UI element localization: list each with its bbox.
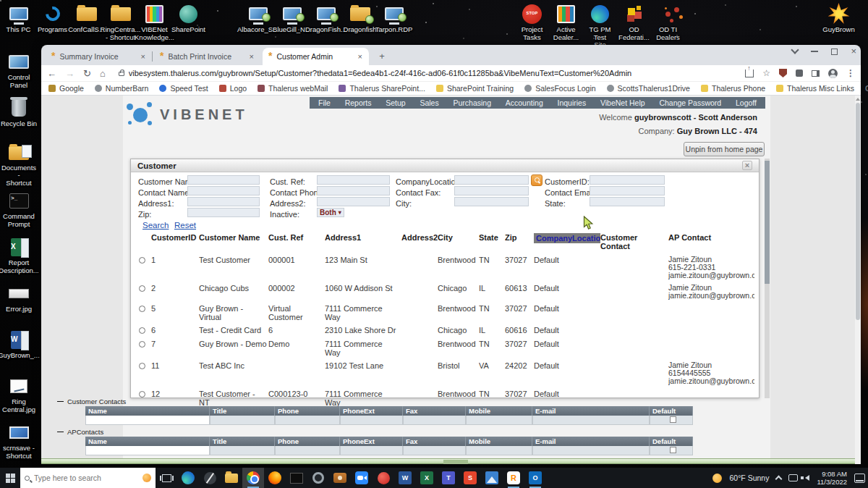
reload-icon[interactable]: ↻ <box>83 68 91 79</box>
nav-menu-item[interactable]: Setup <box>386 98 405 107</box>
word-icon[interactable]: W <box>394 468 416 488</box>
bookmark-item[interactable]: Thalerus webMail <box>258 84 328 93</box>
location-search-button[interactable] <box>531 174 542 186</box>
customer-name-input[interactable] <box>187 175 260 185</box>
cust-ref-input[interactable] <box>317 175 390 185</box>
browser-menu-icon[interactable]: ⋮ <box>846 68 855 78</box>
bookmark-item[interactable]: Thalerus Misc Links <box>776 84 854 93</box>
default-checkbox[interactable] <box>670 416 676 423</box>
profile-avatar-icon[interactable] <box>828 69 838 78</box>
close-icon[interactable]: × <box>851 48 856 55</box>
terminal-icon[interactable] <box>286 468 307 488</box>
column-header[interactable]: Customer Name <box>199 232 268 253</box>
zoom-icon[interactable] <box>351 468 373 488</box>
chrome-icon[interactable] <box>242 468 264 488</box>
nav-menu-item[interactable]: Sales <box>420 98 438 107</box>
minimize-icon[interactable] <box>811 51 818 52</box>
documents-shortcut-icon[interactable]: Documents - Shortcut <box>0 140 38 187</box>
panel-close-icon[interactable]: × <box>742 161 752 170</box>
contact-name-input[interactable] <box>187 186 260 195</box>
new-tab-button[interactable]: + <box>376 51 388 62</box>
city-input[interactable] <box>454 197 529 206</box>
ap-contacts-section-header[interactable]: APContacts <box>57 428 103 436</box>
weather-icon[interactable] <box>712 474 722 483</box>
column-header[interactable]: State <box>479 232 505 253</box>
contact-name-cell[interactable] <box>85 416 210 425</box>
address2-input[interactable] <box>317 197 390 206</box>
notification-center-icon[interactable] <box>854 474 865 483</box>
default-checkbox[interactable] <box>670 447 676 453</box>
maximize-icon[interactable] <box>831 49 838 55</box>
bookmark-item[interactable]: Thalerus SharePoint... <box>339 84 425 93</box>
bookmark-item[interactable]: Thalerus Phone <box>701 84 765 93</box>
app-dark-icon[interactable] <box>199 468 221 488</box>
row-select-radio[interactable] <box>139 285 145 292</box>
column-header[interactable]: City <box>438 232 479 253</box>
task-view-button[interactable] <box>156 468 177 488</box>
back-icon[interactable]: ← <box>47 68 56 79</box>
page-scrollbar[interactable] <box>855 96 861 464</box>
nav-menu-item[interactable]: Purchasing <box>453 98 491 107</box>
contact-email-input[interactable] <box>590 186 665 195</box>
tab-close-icon[interactable]: × <box>139 52 148 61</box>
extensions-icon[interactable] <box>796 70 803 77</box>
contact-name-cell[interactable] <box>85 446 210 455</box>
column-header[interactable]: Customer Contact <box>600 232 668 253</box>
nav-menu-item[interactable]: File <box>318 98 331 107</box>
taskbar-clock[interactable]: 9:08 AM 11/3/2022 <box>817 470 847 486</box>
bookmark-item[interactable]: SalesFocus Login <box>524 84 595 93</box>
confcall-icon[interactable]: ConfCallS... <box>69 3 103 41</box>
red-app-icon[interactable] <box>373 468 394 488</box>
row-select-radio[interactable] <box>139 327 145 334</box>
outlook-icon[interactable]: O <box>524 468 546 488</box>
active-dealer-icon[interactable]: Active Dealer... <box>549 3 583 49</box>
tab-customer-admin[interactable]: * Customer Admin × <box>263 48 369 65</box>
command-prompt-icon[interactable]: >_ Command Prompt <box>0 187 38 233</box>
ringcentral-icon[interactable]: R <box>503 468 524 488</box>
tray-expand-icon[interactable] <box>775 476 783 483</box>
file-explorer-icon[interactable] <box>221 468 242 488</box>
excel-icon[interactable]: X <box>416 468 438 488</box>
recycle-bin-icon[interactable]: Recycle Bin <box>0 94 38 140</box>
bluegill-rdp-icon[interactable]: BlueGill_N... <box>275 3 309 34</box>
od-federation-icon[interactable]: OD Federati... <box>617 3 651 49</box>
home-icon[interactable]: ⌂ <box>100 68 106 79</box>
row-select-radio[interactable] <box>139 363 145 369</box>
bookmark-item[interactable]: Google <box>48 84 84 93</box>
bookmark-item[interactable]: NumberBarn <box>95 84 149 93</box>
albacore-rdp-icon[interactable]: Albacore_S... <box>241 3 275 34</box>
edge-icon[interactable] <box>177 468 199 488</box>
search-input[interactable] <box>34 474 138 482</box>
tg-pm-test-site-icon[interactable]: TG PM Test Site <box>583 3 617 49</box>
ring-central-jpg-icon[interactable]: Ring Central.jpg <box>0 372 38 418</box>
tab-close-icon[interactable]: × <box>247 52 256 61</box>
lock-icon[interactable] <box>119 72 124 76</box>
nav-menu-item[interactable]: Reports <box>345 98 372 107</box>
column-header[interactable]: CustomerID <box>151 232 199 253</box>
column-header[interactable]: Zip <box>505 232 534 253</box>
sharepoint-icon[interactable]: SharePoint <box>171 3 205 41</box>
panel-scrollbar[interactable] <box>765 159 770 398</box>
network-icon[interactable] <box>788 474 798 481</box>
adblock-extension-icon[interactable] <box>779 69 787 77</box>
row-select-radio[interactable] <box>139 341 145 348</box>
project-tasks-icon[interactable]: STOP Project Tasks <box>515 3 549 49</box>
nav-menu-item[interactable]: Accounting <box>506 98 543 107</box>
bookmark-item[interactable]: G NewDemo Backend <box>865 84 868 93</box>
guybrown-doc-icon[interactable]: W GuyBrown_... <box>0 326 38 372</box>
scrollbar-thumb[interactable] <box>765 161 770 284</box>
teams-icon[interactable]: T <box>438 468 459 488</box>
column-header[interactable]: Cust. Ref <box>268 232 325 253</box>
scrollbar-thumb[interactable] <box>856 103 860 320</box>
column-header[interactable]: Address1 <box>325 232 401 253</box>
nav-menu-item[interactable]: VibeNet Help <box>600 98 645 107</box>
taskbar-search[interactable] <box>20 468 156 488</box>
nav-menu-item[interactable]: Change Password <box>659 98 721 107</box>
control-panel-icon[interactable]: Control Panel <box>0 48 38 94</box>
bookmark-item[interactable]: ScottsThalerus1Drive <box>607 84 690 93</box>
scrnsave-shortcut-icon[interactable]: scrnsave - Shortcut <box>0 418 38 465</box>
inactive-select[interactable]: Both▾ <box>317 208 344 217</box>
this-pc-icon[interactable]: This PC <box>1 3 35 41</box>
bookmark-item[interactable]: SharePoint Training <box>436 84 514 93</box>
state-input[interactable] <box>590 197 665 206</box>
